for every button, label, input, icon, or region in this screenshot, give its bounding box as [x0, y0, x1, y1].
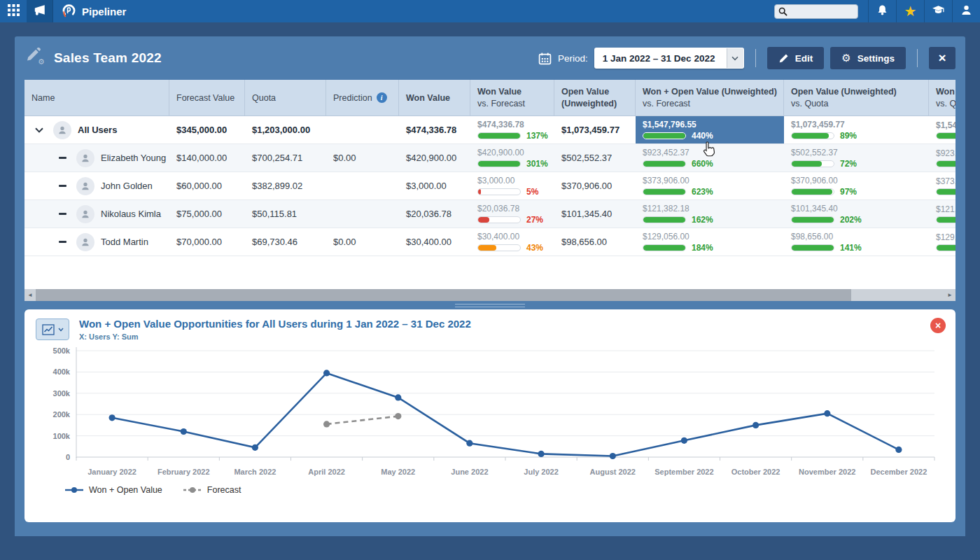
percent-label: 184% [692, 244, 713, 252]
edit-button[interactable]: Edit [767, 47, 825, 69]
chart-header: Won + Open Value Opportunities for All U… [36, 318, 944, 341]
splitter-grip[interactable] [455, 304, 525, 307]
quota-cell: $700,254.71 [245, 144, 326, 172]
open-vs-quota-cell[interactable]: $101,345.40202% [784, 200, 929, 227]
svg-text:September 2022: September 2022 [654, 468, 713, 476]
won-vs-forecast-cell[interactable]: $420,900.00301% [470, 144, 554, 172]
progress-fill [792, 245, 834, 251]
percent-label: 27% [526, 216, 543, 224]
wo-vs-quota-cell[interactable]: $1,547,796.55 [929, 116, 955, 144]
wo-vs-quota-cell[interactable]: $923,452.37 [929, 144, 955, 172]
report-sheet: ⚙ Sales Team 2022 Period: 1 Jan 2022 – 3… [15, 36, 965, 536]
collapse-icon[interactable] [55, 185, 70, 187]
settings-button[interactable]: ⚙ Settings [830, 47, 906, 69]
progress-bar [791, 216, 834, 223]
column-header-open_unw[interactable]: Open Value(Unweighted) [554, 80, 636, 115]
progress-bar [791, 160, 834, 167]
chart-type-selector[interactable] [36, 318, 69, 340]
period-select[interactable]: 1 Jan 2022 – 31 Dec 2022 [594, 48, 744, 69]
table-row-all-users[interactable]: All Users$345,000.00$1,203,000.00$474,33… [24, 116, 955, 144]
table-row-john-golden[interactable]: John Golden$60,000.00$382,899.02$3,000.0… [24, 172, 955, 200]
edit-report-icon[interactable]: ⚙ [24, 48, 44, 69]
won-vs-forecast-cell[interactable]: $474,336.78137% [470, 116, 554, 144]
wo-vs-quota-cell[interactable]: $373,906.00 [929, 172, 955, 200]
wo-vs-forecast-cell[interactable]: $129,056.00184% [636, 228, 784, 255]
column-sublabel: vs. Quota [791, 99, 921, 108]
progress-bar [643, 244, 686, 251]
chart-close-button[interactable]: × [930, 318, 946, 333]
top-navigation-bar: Pipeliner ★ [0, 0, 980, 22]
global-search[interactable] [774, 4, 858, 19]
collapse-icon[interactable] [55, 213, 70, 215]
learning-button[interactable] [924, 0, 952, 22]
wo-vs-quota-cell[interactable]: $121,382.18 [929, 200, 955, 227]
wo-vs-forecast-cell[interactable]: $1,547,796.55440% [636, 116, 784, 144]
wo-vs-quota-cell[interactable]: $129,056.00 [929, 228, 955, 255]
column-header-wo_vs_forecast[interactable]: Won + Open Value (Unweighted)vs. Forecas… [636, 80, 784, 115]
wo-vs-forecast-cell[interactable]: $121,382.18162% [636, 200, 784, 227]
chevron-down-icon[interactable] [727, 48, 743, 68]
percent-label: 72% [840, 160, 857, 168]
won-cell: $474,336.78 [399, 116, 470, 144]
svg-text:May 2022: May 2022 [381, 468, 415, 476]
progress-fill [937, 189, 955, 195]
legend-item-forecast[interactable]: Forecast [183, 485, 241, 495]
search-icon [778, 7, 788, 16]
column-header-name[interactable]: Name [24, 80, 169, 115]
app-launcher-button[interactable] [0, 0, 27, 22]
scroll-right-arrow-icon[interactable]: ► [944, 289, 955, 301]
svg-text:400k: 400k [53, 368, 71, 376]
favorites-button[interactable]: ★ [896, 0, 924, 22]
search-input[interactable] [790, 6, 855, 16]
chevron-down-icon[interactable] [31, 127, 47, 133]
graduation-cap-icon [932, 4, 945, 19]
open-vs-quota-cell[interactable]: $370,906.0097% [784, 172, 929, 200]
column-header-won[interactable]: Won Value [399, 80, 470, 115]
cell-value: $420,900.00 [477, 148, 524, 157]
table-row-elizabeth-young[interactable]: Elizabeth Young$140,000.00$700,254.71$0.… [24, 144, 955, 172]
column-header-open_vs_quota[interactable]: Open Value (Unweighted)vs. Quota [784, 80, 929, 115]
line-chart-icon [42, 324, 55, 335]
calendar-icon [538, 52, 552, 65]
horizontal-scrollbar[interactable]: ◄ ► [24, 289, 955, 301]
bell-icon [876, 4, 888, 19]
wo-vs-forecast-cell[interactable]: $923,452.37660% [636, 144, 784, 172]
open-vs-quota-cell[interactable]: $1,073,459.7789% [784, 116, 929, 144]
column-header-won_vs_forecast[interactable]: Won Valuevs. Forecast [470, 80, 554, 115]
cell-value: $129,056.00 [936, 233, 955, 241]
column-header-forecast[interactable]: Forecast Value [169, 80, 245, 115]
avatar [76, 205, 94, 223]
column-header-quota[interactable]: Quota [245, 80, 326, 115]
open-vs-quota-cell[interactable]: $502,552.3772% [784, 144, 929, 172]
column-header-wo_vs_quota[interactable]: Won + Open Value (Unweighted)vs. Quota [929, 80, 955, 115]
won-vs-forecast-cell[interactable]: $30,400.0043% [470, 228, 554, 255]
table-row-todd-martin[interactable]: Todd Martin$70,000.00$69,730.46$0.00$30,… [24, 228, 955, 256]
prediction-cell: $0.00 [326, 228, 399, 255]
collapse-icon[interactable] [55, 241, 70, 243]
notifications-button[interactable] [868, 0, 896, 22]
progress-fill [478, 161, 520, 167]
brand-logo[interactable]: Pipeliner [53, 0, 134, 22]
won-vs-forecast-cell[interactable]: $20,036.7827% [470, 200, 554, 227]
table-row-nikolaus-kimla[interactable]: Nikolaus Kimla$75,000.00$50,115.81$20,03… [24, 200, 955, 228]
won-vs-forecast-cell[interactable]: $3,000.005% [470, 172, 554, 200]
scrollbar-thumb[interactable] [36, 289, 851, 301]
open-unw-cell: $101,345.40 [554, 200, 636, 227]
progress-row [936, 188, 955, 195]
wo-vs-forecast-cell[interactable]: $373,906.00623% [636, 172, 784, 200]
profile-button[interactable] [952, 0, 980, 22]
scroll-left-arrow-icon[interactable]: ◄ [24, 289, 36, 301]
won-cell: $20,036.78 [399, 200, 470, 227]
cell-value: $474,336.78 [477, 120, 524, 129]
column-header-prediction[interactable]: Predictioni [326, 80, 399, 115]
user-icon [960, 4, 972, 19]
legend-item-won-open-value[interactable]: Won + Open Value [65, 485, 162, 495]
open-vs-quota-cell[interactable]: $98,656.00141% [784, 228, 929, 255]
progress-fill [643, 245, 685, 251]
close-report-button[interactable]: × [929, 47, 955, 69]
column-label: Won Value [477, 87, 522, 97]
announcements-button[interactable] [27, 0, 53, 22]
collapse-icon[interactable] [55, 157, 70, 159]
column-label: Name [31, 93, 55, 103]
info-icon[interactable]: i [377, 92, 387, 103]
